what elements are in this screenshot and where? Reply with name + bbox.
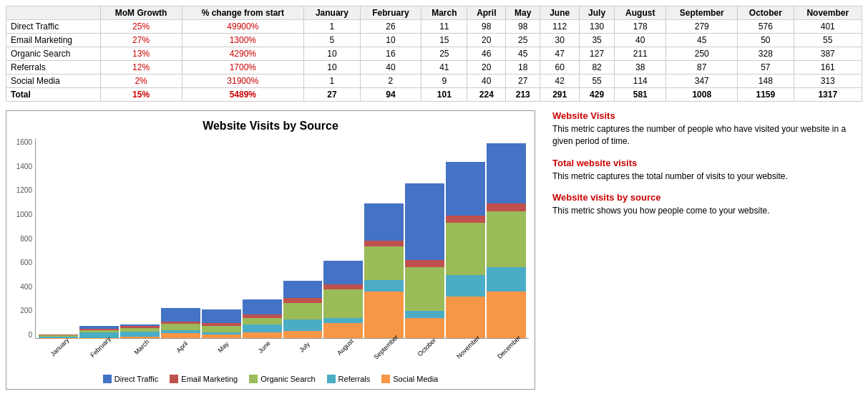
y-axis: 02004006008001000120014001600: [12, 138, 35, 339]
bar-segment-social: [202, 335, 241, 338]
row-nov: 313: [794, 74, 862, 88]
bar-group: [405, 183, 444, 338]
bar-group: [120, 325, 160, 338]
info-section-text: This metric captures the total number of…: [552, 170, 862, 183]
bar-month-label: December: [487, 339, 526, 352]
row-apr: 20: [467, 34, 506, 47]
bar-segment-referrals: [364, 280, 404, 292]
row-jan: 5: [304, 34, 360, 47]
row-jul: 55: [579, 74, 614, 88]
row-nov: 387: [794, 47, 862, 61]
bar-segment-organic: [243, 318, 282, 325]
row-nov: 161: [794, 61, 862, 74]
row-mom: 2%: [100, 74, 182, 88]
bar-labels-row: JanuaryFebruaryMarchAprilMayJuneJulyAugu…: [12, 339, 529, 352]
legend-item-email: Email Marketing: [170, 375, 238, 383]
col-header-label: [6, 6, 101, 20]
bar-segment-referrals: [120, 332, 160, 337]
bar-segment-social: [283, 331, 323, 338]
row-pct: 1700%: [182, 61, 304, 74]
y-axis-label: 1000: [12, 211, 32, 218]
row-jun: 60: [540, 61, 580, 74]
y-axis-label: 0: [12, 331, 32, 339]
row-pct: 31900%: [182, 74, 304, 88]
bar-group: [79, 326, 119, 339]
bar-segment-direct: [161, 308, 200, 321]
total-mom: 15%: [100, 88, 182, 102]
bar-month-label: July: [283, 339, 322, 352]
info-section-text: This metric captures the number of peopl…: [552, 123, 862, 148]
row-oct: 576: [738, 20, 794, 34]
row-nov: 55: [794, 34, 862, 47]
row-pct: 1300%: [182, 34, 304, 47]
row-may: 18: [506, 61, 540, 74]
bar-segment-organic: [364, 246, 404, 280]
bar-group: [243, 299, 282, 338]
legend-item-referrals: Referrals: [327, 375, 371, 383]
bar-segment-social: [364, 292, 404, 338]
chart-area: 02004006008001000120014001600: [12, 138, 529, 339]
bar-segment-direct: [405, 183, 444, 261]
legend-label-organic: Organic Search: [260, 375, 315, 383]
bar-month-label: January: [38, 339, 77, 352]
col-header-feb: February: [360, 6, 421, 20]
bar-segment-direct: [283, 281, 323, 298]
legend-color-referrals: [327, 375, 336, 383]
bar-month-label: April: [160, 339, 200, 352]
row-sep: 250: [666, 47, 738, 61]
info-section: Website Visits This metric captures the …: [552, 110, 862, 148]
row-jun: 42: [540, 74, 580, 88]
row-may: 27: [506, 74, 540, 88]
legend-item-organic: Organic Search: [249, 375, 315, 383]
row-sep: 87: [666, 61, 738, 74]
row-jul: 82: [579, 61, 614, 74]
bar-segment-direct: [487, 143, 526, 203]
row-label: Direct Traffic: [6, 20, 101, 34]
bar-month-label: June: [242, 339, 281, 352]
bar-segment-organic: [487, 211, 526, 267]
row-mar: 41: [421, 61, 467, 74]
y-axis-label: 600: [12, 259, 32, 266]
table-row: Social Media 2% 31900% 1 2 9 40 27 42 55…: [6, 74, 862, 88]
bar-segment-referrals: [323, 318, 363, 323]
col-header-apr: April: [467, 6, 506, 20]
table-row: Email Marketing 27% 1300% 5 10 15 20 25 …: [6, 34, 862, 47]
y-axis-label: 1400: [12, 163, 32, 170]
col-header-pct: % change from start: [182, 6, 304, 20]
row-nov: 401: [794, 20, 862, 34]
bar-group: [323, 261, 363, 338]
legend-color-social: [381, 375, 390, 383]
row-jan: 10: [304, 47, 360, 61]
bar-month-label: September: [364, 339, 404, 352]
row-apr: 20: [467, 61, 506, 74]
row-feb: 2: [360, 74, 421, 88]
col-header-sep: September: [666, 6, 738, 20]
info-section-title: Total website visits: [552, 158, 862, 168]
row-jun: 47: [540, 47, 580, 61]
row-feb: 40: [360, 61, 421, 74]
bars-wrapper: [35, 138, 529, 339]
bar-segment-direct: [202, 309, 241, 322]
bar-segment-referrals: [446, 275, 485, 297]
bar-segment-social: [323, 323, 363, 338]
row-sep: 279: [666, 20, 738, 34]
bar-group: [202, 309, 241, 338]
row-aug: 178: [615, 20, 666, 34]
bar-segment-social: [243, 332, 282, 338]
bar-segment-referrals: [405, 311, 444, 319]
bar-segment-email: [487, 203, 526, 211]
bar-month-label: October: [405, 339, 444, 352]
legend-color-organic: [249, 375, 258, 383]
row-pct: 49900%: [182, 20, 304, 34]
bar-month-label: August: [323, 339, 363, 352]
legend-item-direct: Direct Traffic: [103, 375, 159, 383]
bar-group: [364, 203, 404, 338]
total-pct: 5489%: [182, 88, 304, 102]
legend-color-direct: [103, 375, 112, 383]
chart-title: Website Visits by Source: [12, 120, 529, 133]
table-row: Direct Traffic 25% 49900% 1 26 11 98 98 …: [6, 20, 862, 34]
table-row: Organic Search 13% 4290% 10 16 25 46 45 …: [6, 47, 862, 61]
row-mar: 25: [421, 47, 467, 61]
row-mar: 11: [421, 20, 467, 34]
bar-segment-direct: [243, 299, 282, 314]
